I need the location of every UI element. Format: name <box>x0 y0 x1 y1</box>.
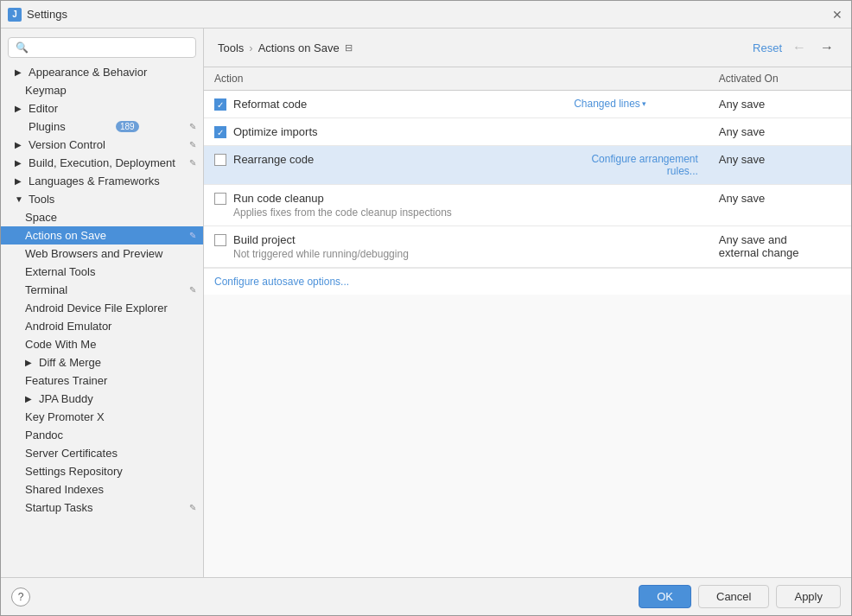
cancel-button[interactable]: Cancel <box>698 585 769 608</box>
activated-cell: Any save <box>709 146 851 185</box>
action-text: Rearrange code <box>233 153 314 166</box>
arrow-icon: ▶ <box>15 67 25 77</box>
bottom-bar: ? OK Cancel Apply <box>1 577 851 615</box>
col-middle <box>563 67 709 91</box>
sidebar-item-plugins[interactable]: ▶ Plugins 189 ✎ <box>1 117 203 136</box>
middle-cell: Changed lines ▾ <box>563 91 709 118</box>
help-button[interactable]: ? <box>11 587 30 606</box>
sidebar-item-label: Keymap <box>25 84 67 97</box>
search-input[interactable] <box>32 41 188 54</box>
action-desc: Not triggered while running/debugging <box>233 248 409 260</box>
main-content: 🔍 ▶ Appearance & Behavior Keymap ▶ Edito… <box>1 29 851 577</box>
sidebar-item-label: Android Device File Explorer <box>25 302 168 314</box>
panel-header: Tools › Actions on Save ⊟ Reset ← → <box>204 29 851 67</box>
sidebar-item-key-promoter[interactable]: Key Promoter X <box>1 408 203 426</box>
sidebar-item-startup-tasks[interactable]: Startup Tasks ✎ <box>1 499 203 517</box>
sidebar-item-pandoc[interactable]: Pandoc <box>1 426 203 444</box>
arrow-icon: ▶ <box>15 158 25 168</box>
action-cell: Rearrange code <box>204 146 563 185</box>
sidebar-item-label: Build, Execution, Deployment <box>29 156 175 169</box>
sidebar-item-space[interactable]: Space <box>1 208 203 226</box>
sidebar-item-server-certs[interactable]: Server Certificates <box>1 444 203 462</box>
sidebar-item-features-trainer[interactable]: Features Trainer <box>1 372 203 390</box>
sidebar-item-appearance[interactable]: ▶ Appearance & Behavior <box>1 63 203 81</box>
arrow-icon: ▶ <box>15 104 25 113</box>
table-row: Run code cleanup Applies fixes from the … <box>204 185 851 226</box>
edit-icon: ✎ <box>189 140 196 149</box>
sidebar-item-android-emulator[interactable]: Android Emulator <box>1 317 203 335</box>
settings-window: J Settings ✕ 🔍 ▶ Appearance & Behavior K… <box>0 0 852 616</box>
edit-icon: ✎ <box>189 231 196 240</box>
sidebar-item-shared-indexes[interactable]: Shared Indexes <box>1 480 203 499</box>
table-row: Reformat code Changed lines ▾ Any s <box>204 91 851 118</box>
sidebar-item-diff-merge[interactable]: ▶ Diff & Merge <box>1 353 203 372</box>
cleanup-checkbox[interactable] <box>214 193 226 205</box>
sidebar-item-label: Settings Repository <box>25 465 123 478</box>
arrow-icon: ▶ <box>25 358 35 367</box>
sidebar-item-actions-on-save[interactable]: Actions on Save ✎ <box>1 226 203 244</box>
sidebar-item-jpa-buddy[interactable]: ▶ JPA Buddy <box>1 390 203 408</box>
action-label: Rearrange code <box>233 153 314 166</box>
sidebar-item-code-with-me[interactable]: Code With Me <box>1 335 203 353</box>
build-checkbox[interactable] <box>214 234 226 246</box>
col-activated: Activated On <box>709 67 851 91</box>
sidebar-item-settings-repo[interactable]: Settings Repository <box>1 462 203 480</box>
sidebar-item-terminal[interactable]: Terminal ✎ <box>1 281 203 299</box>
search-box[interactable]: 🔍 <box>8 37 196 58</box>
plugins-badge: 189 <box>116 121 139 132</box>
arrow-icon: ▶ <box>25 394 35 403</box>
action-cell-inner: Optimize imports <box>214 125 553 138</box>
sidebar-item-build[interactable]: ▶ Build, Execution, Deployment ✎ <box>1 154 203 172</box>
changed-lines-dropdown[interactable]: Changed lines ▾ <box>574 98 698 110</box>
optimize-checkbox[interactable] <box>214 126 226 138</box>
breadcrumb-menu-icon[interactable]: ⊟ <box>345 42 353 54</box>
sidebar-item-label: Tools <box>29 193 54 206</box>
action-cell-inner: Run code cleanup Applies fixes from the … <box>214 192 553 219</box>
activated-cell: Any save andexternal change <box>709 226 851 268</box>
nav-forward-button[interactable]: → <box>817 37 837 58</box>
ok-button[interactable]: OK <box>639 585 691 608</box>
action-label: Run code cleanup <box>233 192 452 205</box>
breadcrumb-separator: › <box>249 41 252 54</box>
middle-cell <box>563 118 709 146</box>
action-desc: Applies fixes from the code cleanup insp… <box>233 206 452 219</box>
sidebar-item-label: Startup Tasks <box>25 501 93 514</box>
rearrange-checkbox[interactable] <box>214 154 226 166</box>
action-cell-inner: Rearrange code <box>214 153 553 166</box>
sidebar-item-editor[interactable]: ▶ Editor <box>1 99 203 117</box>
action-text: Optimize imports <box>233 125 318 138</box>
sidebar-item-label: Server Certificates <box>25 447 118 460</box>
sidebar-item-external-tools[interactable]: External Tools <box>1 263 203 281</box>
sidebar-item-label: Web Browsers and Preview <box>25 247 162 260</box>
action-cell: Run code cleanup Applies fixes from the … <box>204 185 563 226</box>
middle-cell <box>563 185 709 226</box>
configure-arrangement-link[interactable]: Configure arrangement rules... <box>574 153 698 177</box>
sidebar-item-version-control[interactable]: ▶ Version Control ✎ <box>1 136 203 154</box>
reset-button[interactable]: Reset <box>753 41 782 54</box>
sidebar-item-label: Terminal <box>25 283 67 296</box>
sidebar-item-web-browsers[interactable]: Web Browsers and Preview <box>1 244 203 263</box>
action-text: Run code cleanup Applies fixes from the … <box>233 192 452 219</box>
app-icon: J <box>8 8 22 22</box>
sidebar-item-label: Diff & Merge <box>39 356 101 369</box>
sidebar-item-label: Appearance & Behavior <box>29 66 147 79</box>
action-cell-inner: Reformat code <box>214 98 553 111</box>
reformat-checkbox[interactable] <box>214 98 226 111</box>
sidebar-item-keymap[interactable]: Keymap <box>1 81 203 99</box>
action-label: Optimize imports <box>233 125 318 138</box>
breadcrumb: Tools › Actions on Save ⊟ <box>218 41 746 54</box>
sidebar-item-label: Languages & Frameworks <box>29 175 160 187</box>
sidebar-item-android-file[interactable]: Android Device File Explorer <box>1 299 203 317</box>
sidebar-item-label: External Tools <box>25 265 95 278</box>
nav-back-button[interactable]: ← <box>789 37 810 58</box>
close-button[interactable]: ✕ <box>830 8 844 22</box>
sidebar-item-languages[interactable]: ▶ Languages & Frameworks <box>1 172 203 190</box>
apply-button[interactable]: Apply <box>776 585 841 608</box>
sidebar-item-label: Pandoc <box>25 429 63 441</box>
sidebar-item-label: JPA Buddy <box>39 392 93 405</box>
autosave-options-link[interactable]: Configure autosave options... <box>204 268 851 295</box>
action-cell: Build project Not triggered while runnin… <box>204 226 563 268</box>
search-icon: 🔍 <box>16 41 29 54</box>
table-row: Optimize imports Any save <box>204 118 851 146</box>
sidebar-item-tools[interactable]: ▼ Tools <box>1 190 203 208</box>
